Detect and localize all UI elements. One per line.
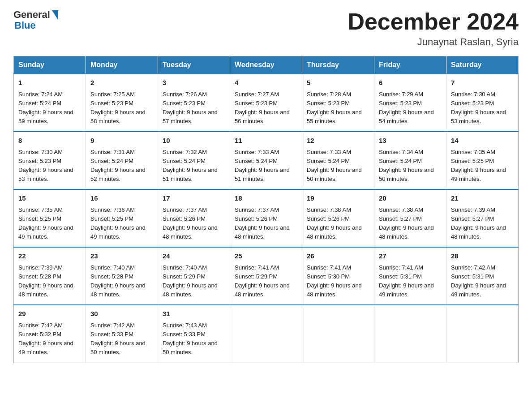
day-info: Sunrise: 7:31 AM Sunset: 5:24 PM Dayligh… [90,148,153,184]
table-row [446,305,519,363]
col-tuesday: Tuesday [158,56,230,74]
table-row: 15 Sunrise: 7:35 AM Sunset: 5:25 PM Dayl… [14,189,86,247]
day-info: Sunrise: 7:42 AM Sunset: 5:31 PM Dayligh… [451,263,514,300]
day-number: 16 [90,193,153,204]
day-info: Sunrise: 7:40 AM Sunset: 5:28 PM Dayligh… [90,263,153,300]
day-info: Sunrise: 7:38 AM Sunset: 5:26 PM Dayligh… [307,206,369,242]
table-row: 1 Sunrise: 7:24 AM Sunset: 5:24 PM Dayli… [14,74,86,132]
day-number: 20 [379,193,442,204]
day-number: 22 [18,251,81,261]
day-number: 2 [90,78,153,88]
day-info: Sunrise: 7:41 AM Sunset: 5:29 PM Dayligh… [235,263,297,300]
col-saturday: Saturday [446,56,519,74]
day-number: 14 [451,136,514,146]
day-number: 9 [90,136,153,146]
day-info: Sunrise: 7:41 AM Sunset: 5:30 PM Dayligh… [307,263,369,300]
table-row: 6 Sunrise: 7:29 AM Sunset: 5:23 PM Dayli… [374,74,446,132]
table-row: 22 Sunrise: 7:39 AM Sunset: 5:28 PM Dayl… [14,247,86,305]
day-info: Sunrise: 7:42 AM Sunset: 5:33 PM Dayligh… [90,321,153,357]
day-info: Sunrise: 7:35 AM Sunset: 5:25 PM Dayligh… [451,148,514,184]
table-row: 11 Sunrise: 7:33 AM Sunset: 5:24 PM Dayl… [230,132,302,189]
table-row: 29 Sunrise: 7:42 AM Sunset: 5:32 PM Dayl… [14,305,86,363]
day-info: Sunrise: 7:36 AM Sunset: 5:25 PM Dayligh… [90,206,153,242]
title-block: December 2024 Junaynat Raslan, Syria [348,9,519,48]
day-info: Sunrise: 7:33 AM Sunset: 5:24 PM Dayligh… [307,148,369,184]
logo-general-text: General [13,9,50,21]
day-info: Sunrise: 7:42 AM Sunset: 5:32 PM Dayligh… [18,321,81,357]
calendar-header-row: Sunday Monday Tuesday Wednesday Thursday… [14,56,519,74]
table-row: 20 Sunrise: 7:38 AM Sunset: 5:27 PM Dayl… [374,189,446,247]
table-row: 7 Sunrise: 7:30 AM Sunset: 5:23 PM Dayli… [446,74,519,132]
day-info: Sunrise: 7:39 AM Sunset: 5:27 PM Dayligh… [451,206,514,242]
page-subtitle: Junaynat Raslan, Syria [348,36,519,48]
table-row: 30 Sunrise: 7:42 AM Sunset: 5:33 PM Dayl… [86,305,158,363]
table-row [302,305,374,363]
table-row: 12 Sunrise: 7:33 AM Sunset: 5:24 PM Dayl… [302,132,374,189]
day-number: 7 [451,78,514,88]
day-info: Sunrise: 7:29 AM Sunset: 5:23 PM Dayligh… [379,90,442,126]
table-row: 9 Sunrise: 7:31 AM Sunset: 5:24 PM Dayli… [86,132,158,189]
calendar-week-row: 8 Sunrise: 7:30 AM Sunset: 5:23 PM Dayli… [14,132,519,189]
day-info: Sunrise: 7:39 AM Sunset: 5:28 PM Dayligh… [18,263,81,300]
table-row: 17 Sunrise: 7:37 AM Sunset: 5:26 PM Dayl… [158,189,230,247]
day-info: Sunrise: 7:30 AM Sunset: 5:23 PM Dayligh… [18,148,81,184]
day-info: Sunrise: 7:34 AM Sunset: 5:24 PM Dayligh… [379,148,442,184]
table-row: 10 Sunrise: 7:32 AM Sunset: 5:24 PM Dayl… [158,132,230,189]
table-row: 4 Sunrise: 7:27 AM Sunset: 5:23 PM Dayli… [230,74,302,132]
day-info: Sunrise: 7:41 AM Sunset: 5:31 PM Dayligh… [379,263,442,300]
calendar-week-row: 22 Sunrise: 7:39 AM Sunset: 5:28 PM Dayl… [14,247,519,305]
day-number: 6 [379,78,442,88]
table-row [374,305,446,363]
calendar-week-row: 29 Sunrise: 7:42 AM Sunset: 5:32 PM Dayl… [14,305,519,363]
day-number: 1 [18,78,81,88]
calendar-week-row: 1 Sunrise: 7:24 AM Sunset: 5:24 PM Dayli… [14,74,519,132]
table-row: 13 Sunrise: 7:34 AM Sunset: 5:24 PM Dayl… [374,132,446,189]
day-info: Sunrise: 7:27 AM Sunset: 5:23 PM Dayligh… [235,90,297,126]
table-row: 21 Sunrise: 7:39 AM Sunset: 5:27 PM Dayl… [446,189,519,247]
table-row: 27 Sunrise: 7:41 AM Sunset: 5:31 PM Dayl… [374,247,446,305]
day-number: 3 [163,78,225,88]
day-info: Sunrise: 7:30 AM Sunset: 5:23 PM Dayligh… [451,90,514,126]
day-number: 23 [90,251,153,261]
table-row: 5 Sunrise: 7:28 AM Sunset: 5:23 PM Dayli… [302,74,374,132]
page-header: General Blue December 2024 Junaynat Rasl… [13,9,519,48]
table-row: 23 Sunrise: 7:40 AM Sunset: 5:28 PM Dayl… [86,247,158,305]
day-number: 18 [235,193,297,204]
logo: General Blue [13,9,58,31]
table-row: 8 Sunrise: 7:30 AM Sunset: 5:23 PM Dayli… [14,132,86,189]
day-info: Sunrise: 7:28 AM Sunset: 5:23 PM Dayligh… [307,90,369,126]
day-number: 13 [379,136,442,146]
col-sunday: Sunday [14,56,86,74]
day-info: Sunrise: 7:25 AM Sunset: 5:23 PM Dayligh… [90,90,153,126]
day-info: Sunrise: 7:40 AM Sunset: 5:29 PM Dayligh… [163,263,225,300]
day-number: 29 [18,309,81,319]
day-number: 26 [307,251,369,261]
day-number: 31 [163,309,225,319]
table-row: 25 Sunrise: 7:41 AM Sunset: 5:29 PM Dayl… [230,247,302,305]
day-number: 17 [163,193,225,204]
col-friday: Friday [374,56,446,74]
logo-blue-text: Blue [13,20,36,31]
day-info: Sunrise: 7:38 AM Sunset: 5:27 PM Dayligh… [379,206,442,242]
logo-arrow-icon [52,10,58,20]
day-number: 5 [307,78,369,88]
day-number: 19 [307,193,369,204]
calendar-table: Sunday Monday Tuesday Wednesday Thursday… [13,56,519,363]
table-row: 3 Sunrise: 7:26 AM Sunset: 5:23 PM Dayli… [158,74,230,132]
day-info: Sunrise: 7:43 AM Sunset: 5:33 PM Dayligh… [163,321,225,357]
day-info: Sunrise: 7:26 AM Sunset: 5:23 PM Dayligh… [163,90,225,126]
day-info: Sunrise: 7:37 AM Sunset: 5:26 PM Dayligh… [235,206,297,242]
day-info: Sunrise: 7:24 AM Sunset: 5:24 PM Dayligh… [18,90,81,126]
day-number: 24 [163,251,225,261]
table-row: 14 Sunrise: 7:35 AM Sunset: 5:25 PM Dayl… [446,132,519,189]
calendar-week-row: 15 Sunrise: 7:35 AM Sunset: 5:25 PM Dayl… [14,189,519,247]
day-number: 25 [235,251,297,261]
day-number: 11 [235,136,297,146]
col-monday: Monday [86,56,158,74]
day-number: 30 [90,309,153,319]
day-info: Sunrise: 7:37 AM Sunset: 5:26 PM Dayligh… [163,206,225,242]
day-info: Sunrise: 7:33 AM Sunset: 5:24 PM Dayligh… [235,148,297,184]
table-row: 18 Sunrise: 7:37 AM Sunset: 5:26 PM Dayl… [230,189,302,247]
day-number: 12 [307,136,369,146]
day-number: 15 [18,193,81,204]
